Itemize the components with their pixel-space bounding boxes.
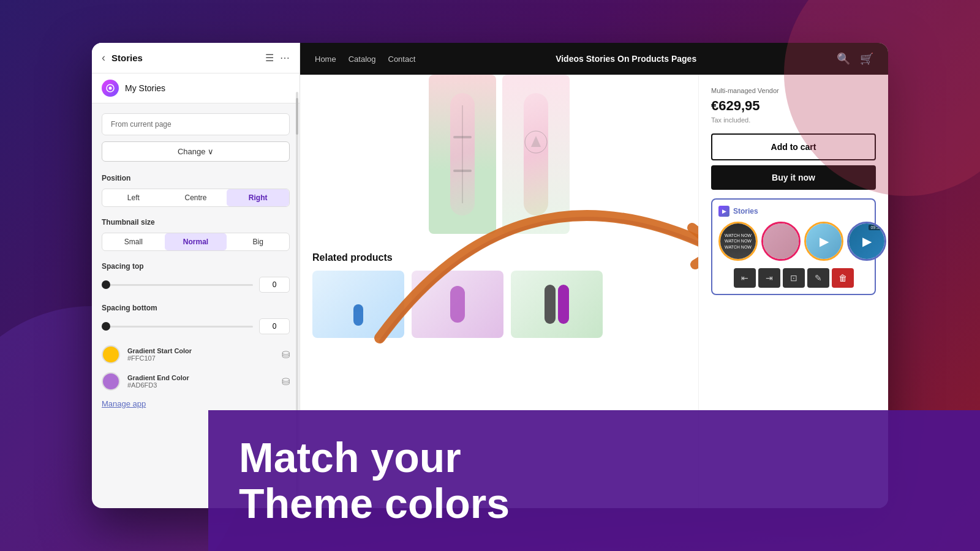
panel-header-icons: ☰ ⋯ bbox=[265, 52, 290, 64]
big-text-line2: Theme colors bbox=[239, 481, 949, 527]
stories-app-icon bbox=[102, 80, 119, 97]
gradient-end-swatch[interactable] bbox=[102, 372, 120, 391]
gradient-end-hex: #AD6FD3 bbox=[127, 381, 274, 389]
nav-catalog[interactable]: Catalog bbox=[349, 54, 376, 64]
gradient-end-info: Gradient End Color #AD6FD3 bbox=[127, 374, 274, 389]
svg-rect-13 bbox=[450, 286, 465, 323]
gradient-start-db-icon[interactable]: ⛁ bbox=[282, 349, 290, 361]
stories-row: WATCH NOWWATCH NOWWATCH NOW ▶ bbox=[718, 222, 869, 261]
panel-header: ‹ Stories ☰ ⋯ bbox=[92, 43, 300, 73]
search-icon[interactable]: 🔍 bbox=[837, 52, 850, 66]
position-toggle-group: Left Centre Right bbox=[102, 189, 290, 207]
big-text-overlay: Match your Theme colors bbox=[208, 410, 980, 551]
database-icon[interactable]: ☰ bbox=[265, 52, 274, 64]
spacing-bottom-thumb[interactable] bbox=[102, 322, 110, 331]
position-right-btn[interactable]: Right bbox=[227, 189, 289, 206]
store-nav-links: Home Catalog Contact bbox=[315, 54, 415, 64]
spacing-top-thumb[interactable] bbox=[102, 280, 110, 289]
related-card-3[interactable] bbox=[511, 271, 603, 338]
related-card-1[interactable] bbox=[312, 271, 404, 338]
related-products-title: Related products bbox=[312, 252, 686, 263]
position-label: Position bbox=[102, 174, 290, 182]
svg-rect-6 bbox=[524, 93, 548, 216]
vendor-name: Multi-managed Vendor bbox=[711, 87, 876, 94]
stories-widget: ▶ Stories WATCH NOWWATCH NOWWATCH NOW bbox=[711, 198, 876, 295]
spacing-top-input[interactable]: 0 bbox=[259, 277, 290, 293]
stories-widget-title: Stories bbox=[733, 207, 758, 216]
store-title: Videos Stories On Products Pages bbox=[415, 54, 837, 64]
story-item-2[interactable] bbox=[761, 222, 801, 261]
store-navbar: Home Catalog Contact Videos Stories On P… bbox=[300, 43, 888, 75]
buy-now-button[interactable]: Buy it now bbox=[711, 165, 876, 190]
tool-settings[interactable]: ⊡ bbox=[783, 268, 805, 288]
back-button[interactable]: ‹ bbox=[102, 51, 105, 64]
stories-widget-header: ▶ Stories bbox=[718, 206, 869, 217]
product-thumb-1 bbox=[429, 75, 496, 234]
store-nav-actions: 🔍 🛒 bbox=[837, 52, 873, 66]
add-to-cart-button[interactable]: Add to cart bbox=[711, 133, 876, 160]
spacing-bottom-label: Spacing bottom bbox=[102, 304, 290, 312]
svg-rect-15 bbox=[545, 285, 556, 324]
spacing-bottom-track[interactable] bbox=[102, 326, 253, 328]
gradient-end-db-icon[interactable]: ⛁ bbox=[282, 376, 290, 388]
gradient-end-name: Gradient End Color bbox=[127, 374, 274, 381]
product-thumb-2 bbox=[502, 75, 570, 234]
svg-rect-12 bbox=[353, 304, 363, 326]
position-left-btn[interactable]: Left bbox=[102, 189, 165, 206]
story-item-3[interactable]: ▶ bbox=[804, 222, 843, 261]
tool-align-left[interactable]: ⇤ bbox=[734, 268, 756, 288]
spacing-bottom-row: 0 bbox=[102, 318, 290, 334]
panel-title: Stories bbox=[111, 53, 259, 63]
more-options-icon[interactable]: ⋯ bbox=[280, 52, 290, 64]
gradient-start-swatch[interactable] bbox=[102, 345, 120, 364]
nav-contact[interactable]: Contact bbox=[388, 54, 416, 64]
spacing-bottom-input[interactable]: 0 bbox=[259, 318, 290, 334]
big-text-line1: Match your bbox=[239, 435, 949, 481]
widget-toolbar: ⇤ ⇥ ⊡ ✎ 🗑 bbox=[718, 268, 869, 288]
product-price: €629,95 bbox=[711, 98, 876, 114]
related-products-grid bbox=[312, 271, 686, 338]
size-small-btn[interactable]: Small bbox=[102, 233, 165, 250]
svg-rect-4 bbox=[453, 136, 472, 138]
tool-edit[interactable]: ✎ bbox=[807, 268, 829, 288]
spacing-top-row: 0 bbox=[102, 277, 290, 293]
thumbnail-size-toggle-group: Small Normal Big bbox=[102, 233, 290, 251]
tool-align-right[interactable]: ⇥ bbox=[758, 268, 780, 288]
tool-delete[interactable]: 🗑 bbox=[832, 268, 854, 288]
cart-icon[interactable]: 🛒 bbox=[860, 52, 873, 66]
product-thumbnails bbox=[300, 75, 698, 246]
story-item-1[interactable]: WATCH NOWWATCH NOWWATCH NOW bbox=[718, 222, 758, 261]
nav-home[interactable]: Home bbox=[315, 54, 336, 64]
my-stories-label: My Stories bbox=[125, 83, 165, 93]
gradient-start-name: Gradient Start Color bbox=[127, 347, 274, 354]
position-centre-btn[interactable]: Centre bbox=[165, 189, 227, 206]
related-card-2[interactable] bbox=[412, 271, 503, 338]
svg-rect-5 bbox=[453, 170, 472, 172]
thumbnail-size-label: Thumbnail size bbox=[102, 218, 290, 227]
tax-included: Tax included. bbox=[711, 116, 876, 124]
related-products-section: Related products bbox=[300, 246, 698, 344]
spacing-top-label: Spacing top bbox=[102, 262, 290, 271]
panel-scrollbar-thumb[interactable] bbox=[296, 98, 298, 135]
size-big-btn[interactable]: Big bbox=[227, 233, 289, 250]
story-item-4[interactable]: ▶ 09:30 bbox=[847, 222, 886, 261]
size-normal-btn[interactable]: Normal bbox=[165, 233, 227, 250]
gradient-start-info: Gradient Start Color #FFC107 bbox=[127, 347, 274, 362]
manage-app-link[interactable]: Manage app bbox=[102, 399, 290, 408]
svg-rect-16 bbox=[558, 285, 569, 324]
gradient-start-hex: #FFC107 bbox=[127, 354, 274, 362]
gradient-end-row: Gradient End Color #AD6FD3 ⛁ bbox=[102, 372, 290, 391]
story-time: 09:30 bbox=[869, 225, 883, 230]
my-stories-row[interactable]: My Stories bbox=[92, 73, 300, 103]
spacing-top-track[interactable] bbox=[102, 284, 253, 286]
svg-point-1 bbox=[109, 87, 112, 90]
gradient-start-row: Gradient Start Color #FFC107 ⛁ bbox=[102, 345, 290, 364]
from-current-page-field: From current page bbox=[102, 113, 290, 135]
change-button[interactable]: Change ∨ bbox=[102, 141, 290, 162]
stories-widget-icon: ▶ bbox=[718, 206, 729, 217]
